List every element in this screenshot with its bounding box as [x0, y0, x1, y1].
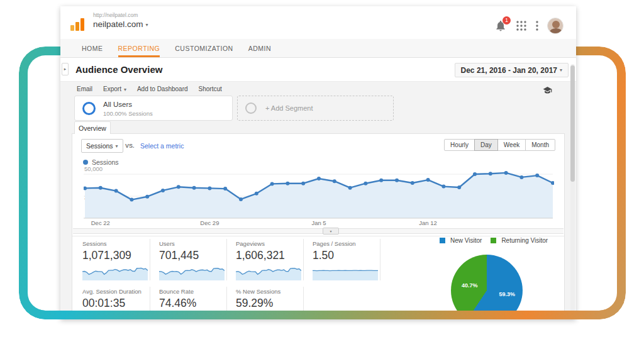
timeline-scrollbar[interactable] [73, 228, 564, 234]
granularity-hourly-button[interactable]: Hourly [444, 139, 475, 151]
add-to-dashboard-button[interactable]: Add to Dashboard [137, 86, 188, 92]
legend-label-new-visitor: New Visitor [450, 237, 482, 244]
main-nav: HOME REPORTING CUSTOMIZATION ADMIN [60, 39, 576, 58]
property-name: neilpatel.com [93, 19, 148, 29]
vs-label: VS. [125, 143, 135, 149]
scrollbar-thumb[interactable] [570, 65, 575, 182]
sparkline [82, 264, 148, 280]
tab-overview[interactable]: Overview [74, 121, 111, 134]
legend-swatch-returning-visitor [491, 238, 496, 243]
notifications-button[interactable]: 1 [494, 19, 507, 32]
sparkline [236, 264, 301, 280]
add-segment-label: + Add Segment [265, 104, 313, 112]
shortcut-button[interactable]: Shortcut [199, 86, 222, 92]
sparkline [313, 264, 378, 280]
granularity-week-button[interactable]: Week [497, 139, 526, 151]
pie-legend: New Visitor Returning Visitor [440, 237, 552, 244]
chevron-down-icon [116, 143, 118, 149]
scorecard-users[interactable]: Users 701,445 [150, 239, 227, 280]
report-panel: Sessions VS. Select a metric Hourly Day … [72, 133, 565, 319]
segment-ring-icon [82, 102, 96, 115]
analytics-logo-icon [70, 14, 87, 31]
scorecard-label: Avg. Session Duration [82, 288, 150, 295]
scorecards-row-1: Sessions 1,071,309 Users 701,445 Pagevie… [74, 239, 380, 280]
export-button[interactable]: Export [103, 86, 126, 92]
add-segment-button[interactable]: + Add Segment [237, 96, 394, 121]
account-selector[interactable]: http://neilpatel.com neilpatel.com [93, 12, 148, 29]
kebab-menu-icon[interactable] [536, 21, 538, 31]
title-bar: Audience Overview Dec 21, 2016 - Jan 20,… [60, 58, 576, 82]
granularity-group: Hourly Day Week Month [444, 139, 555, 151]
segment-detail: 100.00% Sessions [103, 110, 153, 117]
scorecard-pages-per-session[interactable]: Pages / Session 1.50 [304, 239, 380, 280]
analytics-window: http://neilpatel.com neilpatel.com 1 HOM… [60, 6, 576, 319]
divider [72, 236, 564, 236]
content-area: Email Export Add to Dashboard Shortcut A… [60, 82, 576, 319]
scorecard-value: 1,606,321 [236, 249, 303, 262]
email-button[interactable]: Email [77, 86, 92, 92]
chevron-down-icon [146, 22, 148, 28]
scorecard-value: 1.50 [313, 249, 380, 262]
x-axis-tick: Jan 12 [419, 219, 437, 226]
app-header: http://neilpatel.com neilpatel.com 1 [60, 6, 576, 39]
scorecard-pageviews[interactable]: Pageviews 1,606,321 [227, 239, 304, 280]
collapse-sidebar-button[interactable] [62, 63, 69, 75]
x-axis-tick: Jan 5 [311, 219, 326, 226]
sparkline [159, 264, 225, 280]
nav-customization[interactable]: CUSTOMIZATION [175, 39, 233, 57]
vertical-scrollbar[interactable] [570, 64, 575, 318]
scorecard-value: 701,445 [159, 249, 226, 262]
apps-grid-icon[interactable] [516, 20, 527, 31]
x-axis-tick: Dec 29 [200, 219, 219, 226]
date-range-selector[interactable]: Dec 21, 2016 - Jan 20, 2017 [455, 63, 569, 77]
property-url: http://neilpatel.com [93, 12, 148, 18]
page: http://neilpatel.com neilpatel.com 1 HOM… [0, 0, 644, 337]
legend-label-returning-visitor: Returning Visitor [501, 237, 548, 244]
nav-reporting[interactable]: REPORTING [118, 39, 160, 57]
granularity-month-button[interactable]: Month [525, 139, 555, 151]
user-avatar[interactable] [547, 18, 564, 34]
scorecard-label: Users [159, 240, 226, 247]
nav-home[interactable]: HOME [82, 39, 103, 57]
scorecard-label: Pageviews [236, 240, 303, 247]
nav-admin[interactable]: ADMIN [248, 39, 271, 57]
page-title: Audience Overview [75, 64, 162, 75]
granularity-day-button[interactable]: Day [474, 139, 498, 151]
sessions-line-chart [84, 163, 554, 221]
scorecard-value: 1,071,309 [82, 249, 150, 262]
pie-value-returning-visitor: 40.7% [462, 282, 478, 289]
scorecard-label: Pages / Session [313, 240, 380, 247]
legend-swatch-new-visitor [440, 238, 445, 243]
chevron-down-icon [124, 87, 126, 92]
metric-select[interactable]: Sessions [81, 139, 123, 153]
scorecard-sessions[interactable]: Sessions 1,071,309 [74, 239, 150, 280]
timeline-scrollbar-handle[interactable] [323, 228, 339, 235]
chevron-down-icon [560, 67, 562, 73]
notification-badge: 1 [502, 16, 511, 25]
report-toolbar: Email Export Add to Dashboard Shortcut [77, 86, 222, 92]
intelligence-icon[interactable] [543, 86, 552, 95]
segment-ring-icon [245, 102, 257, 114]
pie-value-new-visitor: 59.3% [499, 291, 515, 297]
scorecard-label: % New Sessions [236, 288, 303, 295]
scorecard-label: Bounce Rate [159, 288, 226, 295]
x-axis-tick: Dec 22 [91, 219, 110, 226]
segment-all-users[interactable]: All Users 100.00% Sessions [74, 96, 233, 121]
scorecard-label: Sessions [82, 240, 150, 247]
select-metric-link[interactable]: Select a metric [140, 142, 184, 150]
x-axis-ticks: Dec 22Dec 29Jan 5Jan 12 [84, 219, 554, 227]
segment-name: All Users [103, 101, 132, 108]
